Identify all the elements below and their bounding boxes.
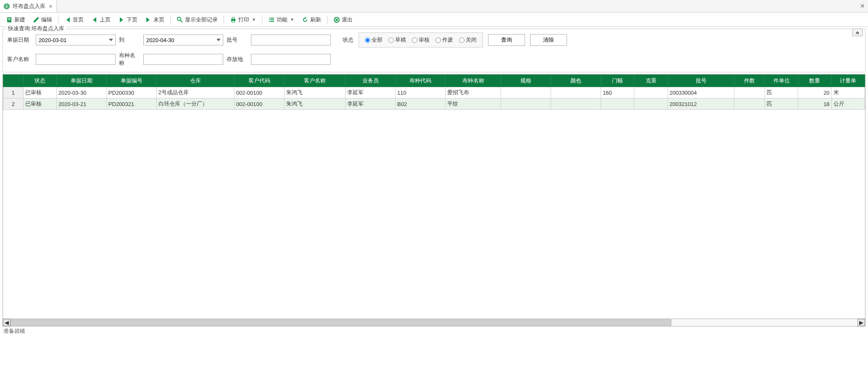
scroll-right-button[interactable]: ▶ — [857, 319, 865, 326]
bill-date-label: 单据日期 — [7, 36, 32, 44]
cell-quantity: 18 — [798, 98, 831, 110]
column-header[interactable]: 状态 — [23, 75, 56, 87]
new-button[interactable]: 新建 — [3, 15, 29, 25]
storage-input[interactable] — [251, 54, 331, 65]
refresh-label: 刷新 — [310, 16, 321, 24]
customer-input[interactable] — [36, 54, 116, 65]
show-all-button[interactable]: 显示全部记录 — [173, 15, 221, 25]
refresh-button[interactable]: 刷新 — [298, 15, 325, 25]
toolbar-separator — [170, 15, 171, 24]
cell-spec — [501, 98, 551, 110]
svg-rect-7 — [232, 17, 235, 19]
table-scroll[interactable]: 状态单据日期单据编号仓库客户代码客户名称业务员布种代码布种名称规格颜色门幅克重批… — [3, 74, 865, 319]
cell-weight — [634, 98, 667, 110]
cell-batch: 200321012 — [667, 98, 734, 110]
date-to-input[interactable] — [143, 35, 223, 45]
scroll-track[interactable] — [11, 319, 857, 326]
fabric-input[interactable] — [143, 54, 223, 65]
edit-button[interactable]: 编辑 — [29, 15, 55, 25]
exit-button[interactable]: 退出 — [330, 15, 356, 25]
function-button[interactable]: 功能 ▼ — [265, 15, 298, 25]
fabric-label: 布种名称 — [119, 52, 140, 67]
new-label: 新建 — [14, 16, 25, 24]
horizontal-scrollbar[interactable]: ◀ ▶ — [3, 319, 865, 326]
cell-color — [551, 98, 601, 110]
new-icon — [6, 16, 13, 23]
cell-color — [551, 87, 601, 98]
table-header: 状态单据日期单据编号仓库客户代码客户名称业务员布种代码布种名称规格颜色门幅克重批… — [3, 75, 865, 87]
prev-label: 上页 — [100, 16, 111, 24]
column-header[interactable] — [3, 75, 24, 87]
exit-icon — [333, 16, 340, 23]
prev-page-button[interactable]: 上页 — [88, 15, 114, 25]
exit-label: 退出 — [342, 16, 353, 24]
table-row[interactable]: 1已审核2020-03-30PD2003302号成品仓库002-00100朱鸿飞… — [3, 87, 865, 98]
column-header[interactable]: 布种名称 — [446, 75, 501, 87]
tab-close-icon[interactable]: × — [48, 3, 53, 10]
scroll-thumb[interactable] — [11, 319, 671, 326]
svg-rect-8 — [232, 21, 235, 22]
svg-rect-12 — [270, 19, 274, 20]
column-header[interactable]: 规格 — [501, 75, 551, 87]
last-label: 末页 — [153, 16, 164, 24]
column-header[interactable]: 件单位 — [765, 75, 798, 87]
cell-piece-unit: 匹 — [765, 98, 798, 110]
status-draft-radio[interactable]: 草稿 — [388, 36, 406, 44]
print-icon — [230, 16, 237, 23]
column-header[interactable]: 仓库 — [156, 75, 234, 87]
window-close-icon[interactable]: × — [860, 2, 865, 11]
first-page-button[interactable]: 首页 — [61, 15, 87, 25]
svg-rect-2 — [8, 18, 11, 19]
next-page-button[interactable]: 下页 — [115, 15, 141, 25]
status-audit-radio[interactable]: 审核 — [412, 36, 430, 44]
to-label: 到 — [119, 36, 140, 44]
cell-status: 已审核 — [23, 87, 56, 98]
cell-piece-unit: 匹 — [765, 87, 798, 98]
tab-active[interactable]: 坯布盘点入库 × — [0, 0, 57, 12]
collapse-button[interactable] — [852, 29, 863, 36]
column-header[interactable]: 布种代码 — [396, 75, 446, 87]
last-page-button[interactable]: 末页 — [142, 15, 168, 25]
cell-unit: 米 — [831, 87, 865, 98]
cell-pieces — [734, 98, 765, 110]
date-to-wrapper — [143, 35, 223, 45]
status-label: 状态 — [343, 36, 354, 44]
scroll-left-button[interactable]: ◀ — [3, 319, 11, 326]
column-header[interactable]: 单据编号 — [106, 75, 156, 87]
date-from-input[interactable] — [36, 35, 116, 45]
svg-rect-11 — [269, 19, 270, 20]
cell-quantity: 20 — [798, 87, 831, 98]
column-header[interactable]: 件数 — [734, 75, 765, 87]
column-header[interactable]: 单据日期 — [56, 75, 106, 87]
query-title: 快速查询:坯布盘点入库 — [6, 25, 66, 32]
column-header[interactable]: 客户名称 — [284, 75, 345, 87]
table-row[interactable]: 2已审核2020-03-21PD200321白坯仓库（一分厂）002-00100… — [3, 98, 865, 110]
column-header[interactable]: 客户代码 — [234, 75, 284, 87]
column-header[interactable]: 计量单 — [831, 75, 865, 87]
svg-rect-4 — [8, 20, 11, 20]
next-label: 下页 — [127, 16, 137, 24]
column-header[interactable]: 数量 — [798, 75, 831, 87]
search-button[interactable]: 查询 — [488, 34, 525, 46]
cell-batch: 200330004 — [667, 87, 734, 98]
status-closed-radio[interactable]: 关闭 — [459, 36, 477, 44]
chevron-down-icon: ▼ — [252, 17, 256, 22]
cell-bill: PD200321 — [106, 98, 156, 110]
status-void-radio[interactable]: 作废 — [435, 36, 453, 44]
last-icon — [145, 16, 152, 23]
batch-input[interactable] — [251, 35, 331, 45]
column-header[interactable]: 颜色 — [551, 75, 601, 87]
column-header[interactable]: 克重 — [634, 75, 667, 87]
cell-width: 160 — [601, 87, 634, 98]
cell-spec — [501, 87, 551, 98]
status-all-radio[interactable]: 全部 — [365, 36, 383, 44]
edit-icon — [33, 16, 40, 23]
cell-width — [601, 98, 634, 110]
clear-button[interactable]: 清除 — [530, 34, 567, 46]
column-header[interactable]: 批号 — [667, 75, 734, 87]
print-button[interactable]: 打印 ▼ — [227, 15, 259, 25]
data-table: 状态单据日期单据编号仓库客户代码客户名称业务员布种代码布种名称规格颜色门幅克重批… — [3, 74, 865, 110]
column-header[interactable]: 门幅 — [601, 75, 634, 87]
column-header[interactable]: 业务员 — [346, 75, 396, 87]
show-all-label: 显示全部记录 — [185, 16, 218, 24]
